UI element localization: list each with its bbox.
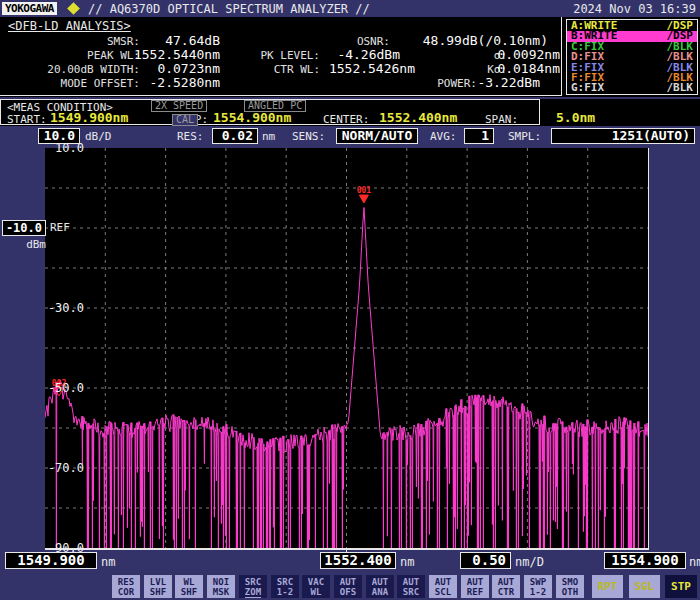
osnr-value: 48.99dB(/0.10nm) [418, 33, 548, 48]
softkey-aut-src[interactable]: AUTSRC [397, 575, 425, 598]
softkey-noi-msk[interactable]: NOIMSK [207, 575, 235, 598]
softkey-aut-ana[interactable]: AUTANA [366, 575, 394, 598]
softkey-aut-scl[interactable]: AUTSCL [429, 575, 457, 598]
x-start-unit: nm [101, 555, 115, 569]
trace-legend-panel: A:WRITE/DSPB:WRITE/DSPC:FIX/BLKD:FIX/BLK… [566, 19, 698, 95]
osa-screen: YOKOGAWA // AQ6370D OPTICAL SPECTRUM ANA… [0, 0, 700, 600]
y-tick-label: -70.0 [14, 461, 84, 475]
level-scale-unit: dB/D [85, 130, 112, 143]
trace-name: G:FIX [571, 83, 604, 93]
softkey-aut-ofs[interactable]: AUTOFS [334, 575, 362, 598]
dfb-ld-analysis-panel: <DFB-LD ANALYSIS> SMSR: 47.64dB PEAK WL:… [0, 17, 562, 96]
title-bar: YOKOGAWA // AQ6370D OPTICAL SPECTRUM ANA… [0, 0, 700, 17]
avg-box[interactable]: 1 [464, 128, 494, 144]
ctr-wl-label: CTR WL: [230, 63, 320, 76]
pk-level-value: -4.26dBm [300, 47, 400, 62]
softkey-wl-shf[interactable]: WLSHF [175, 575, 203, 598]
spectrum-trace [45, 208, 648, 549]
x-stop-unit: nm [689, 555, 700, 569]
analysis-strip: <DFB-LD ANALYSIS> SMSR: 47.64dB PEAK WL:… [0, 17, 700, 97]
mode-offset-value: -2.5280nm [120, 75, 220, 90]
ksigma-value: 0.0184nm [490, 61, 560, 76]
analysis-header: <DFB-LD ANALYSIS> [8, 19, 131, 33]
stop-value: 1554.900nm [213, 110, 291, 125]
avg-label: AVG: [430, 130, 457, 143]
sens-label: SENS: [292, 130, 325, 143]
softkey-lvl-shf[interactable]: LVLSHF [144, 575, 172, 598]
res-box[interactable]: 0.02 [212, 128, 258, 144]
width-value: 0.0723nm [120, 61, 220, 76]
y-tick-label: -50.0 [14, 381, 84, 395]
res-label: RES: [177, 130, 204, 143]
x-scale-box: 0.50 [460, 552, 511, 569]
center-value: 1552.400nm [379, 110, 457, 125]
power-value: -3.22dBm [440, 75, 540, 90]
x-center-box: 1552.400 [320, 552, 396, 569]
ref-level-box: -10.0 [2, 220, 46, 236]
brand-logo: YOKOGAWA [2, 2, 57, 15]
sens-box[interactable]: NORM/AUTO [336, 128, 418, 144]
softkey-src-1-2[interactable]: SRC1-2 [271, 575, 299, 598]
y-tick-label: -30.0 [14, 301, 84, 315]
x-start-box: 1549.900 [5, 552, 97, 569]
softkey-swp-1-2[interactable]: SWP1-2 [524, 575, 552, 598]
softkey-src-zom[interactable]: SRCZOM [239, 575, 267, 598]
res-unit: nm [262, 130, 275, 143]
sweep-key-sgl[interactable]: SGL [629, 575, 660, 598]
spectrum-plot: 001002 [45, 148, 649, 550]
trace-row-g[interactable]: G:FIX/BLK [567, 83, 697, 93]
span-value: 5.0nm [556, 110, 595, 125]
meas-condition-panel: <MEAS CONDITION> 2X SPEED ANGLED PC STAR… [0, 99, 540, 125]
softkey-aut-ctr[interactable]: AUTCTR [492, 575, 520, 598]
datetime: 2024 Nov 03 16:39 [573, 2, 696, 16]
peak-wl-value: 1552.5440nm [120, 47, 220, 62]
meas-strip: <MEAS CONDITION> 2X SPEED ANGLED PC STAR… [0, 99, 700, 126]
ctr-wl-value: 1552.5426nm [315, 61, 415, 76]
softkey-smo-oth[interactable]: SMOOTH [556, 575, 584, 598]
brand-diamond-icon [67, 2, 80, 15]
sweep-key-rpt[interactable]: RPT [592, 575, 623, 598]
y-tick-label: 10.0 [14, 141, 84, 155]
softkey-vac-wl[interactable]: VACWL [302, 575, 330, 598]
peak-marker-label-001: 001 [357, 186, 372, 195]
trace-mode: /BLK [667, 83, 694, 93]
span-label: SPAN: [485, 113, 518, 126]
x-scale-unit: nm/D [515, 555, 544, 569]
center-label: CENTER: [323, 113, 369, 126]
cal-badge: CAL [172, 114, 198, 126]
spectrum-svg: 001002 [45, 148, 648, 548]
x-center-unit: nm [400, 555, 414, 569]
softkey-res-cor[interactable]: RESCOR [112, 575, 140, 598]
sigma-value: 0.0092nm [490, 47, 560, 62]
app-title: // AQ6370D OPTICAL SPECTRUM ANALYZER // [88, 2, 370, 16]
ref-level-unit: dBm [2, 238, 46, 251]
softkey-aut-ref[interactable]: AUTREF [461, 575, 489, 598]
speed-badge: 2X SPEED [151, 100, 207, 112]
sweep-key-stp[interactable]: STP [665, 575, 697, 598]
start-value: 1549.900nm [50, 110, 128, 125]
peak-marker-001 [359, 195, 368, 203]
smsr-value: 47.64dB [120, 33, 220, 48]
start-label: START: [7, 113, 47, 126]
softkey-toolbar: RESCORLVLSHFWLSHFNOIMSKSRCZOMSRC1-2VACWL… [0, 574, 700, 600]
smpl-label: SMPL: [508, 130, 541, 143]
x-stop-box: 1554.900 [604, 552, 686, 569]
ref-marker-label: REF [50, 221, 70, 234]
smpl-box[interactable]: 1251(AUTO) [551, 128, 695, 144]
